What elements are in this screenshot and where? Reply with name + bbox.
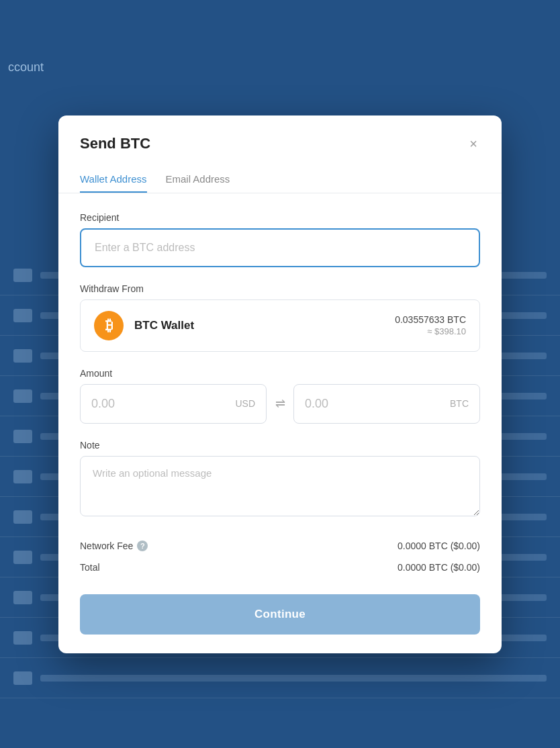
tab-bar: Wallet Address Email Address <box>58 167 502 193</box>
network-fee-row: Network Fee ? 0.0000 BTC ($0.00) <box>80 535 480 557</box>
modal-title: Send BTC <box>80 135 150 152</box>
withdraw-from-section: Withdraw From ₿ BTC Wallet 0.03557633 BT… <box>80 283 480 352</box>
send-btc-modal: Send BTC × Wallet Address Email Address … <box>58 115 502 653</box>
btc-amount-field[interactable]: 0.00 BTC <box>293 384 480 424</box>
modal-backdrop: Send BTC × Wallet Address Email Address … <box>0 0 560 748</box>
note-textarea[interactable] <box>80 456 480 516</box>
modal-body: Recipient Withdraw From ₿ BTC Wallet 0.0… <box>58 193 502 653</box>
recipient-input[interactable] <box>80 228 480 267</box>
withdraw-from-label: Withdraw From <box>80 283 480 294</box>
amount-section: Amount 0.00 USD ⇌ 0.00 BTC <box>80 368 480 424</box>
usd-amount-value: 0.00 <box>91 397 115 411</box>
btc-amount-value: 0.00 <box>305 397 328 411</box>
total-label: Total <box>80 562 100 573</box>
wallet-selector[interactable]: ₿ BTC Wallet 0.03557633 BTC ≈ $398.10 <box>80 299 480 352</box>
network-fee-help-icon[interactable]: ? <box>137 541 148 551</box>
amount-label: Amount <box>80 368 480 379</box>
recipient-section: Recipient <box>80 212 480 267</box>
close-button[interactable]: × <box>467 134 480 153</box>
modal-header: Send BTC × <box>58 115 502 153</box>
btc-coin-icon: ₿ <box>94 311 124 340</box>
fee-section: Network Fee ? 0.0000 BTC ($0.00) Total 0… <box>80 535 480 578</box>
tab-email-address[interactable]: Email Address <box>166 167 230 193</box>
recipient-label: Recipient <box>80 212 480 223</box>
swap-icon[interactable]: ⇌ <box>267 396 293 411</box>
total-row: Total 0.0000 BTC ($0.00) <box>80 557 480 578</box>
btc-currency-label: BTC <box>450 398 469 409</box>
network-fee-label: Network Fee ? <box>80 541 148 551</box>
continue-button[interactable]: Continue <box>80 594 480 635</box>
wallet-name: BTC Wallet <box>134 319 395 332</box>
total-value: 0.0000 BTC ($0.00) <box>398 562 480 573</box>
tab-wallet-address[interactable]: Wallet Address <box>80 167 147 193</box>
wallet-balance: 0.03557633 BTC ≈ $398.10 <box>395 314 466 336</box>
usd-amount-field[interactable]: 0.00 USD <box>80 384 267 424</box>
note-section: Note <box>80 440 480 519</box>
amount-row: 0.00 USD ⇌ 0.00 BTC <box>80 384 480 424</box>
btc-symbol: ₿ <box>105 317 113 334</box>
network-fee-value: 0.0000 BTC ($0.00) <box>398 541 480 551</box>
usd-currency-label: USD <box>235 398 255 409</box>
balance-btc: 0.03557633 BTC <box>395 314 466 325</box>
balance-usd: ≈ $398.10 <box>395 326 466 336</box>
note-label: Note <box>80 440 480 451</box>
